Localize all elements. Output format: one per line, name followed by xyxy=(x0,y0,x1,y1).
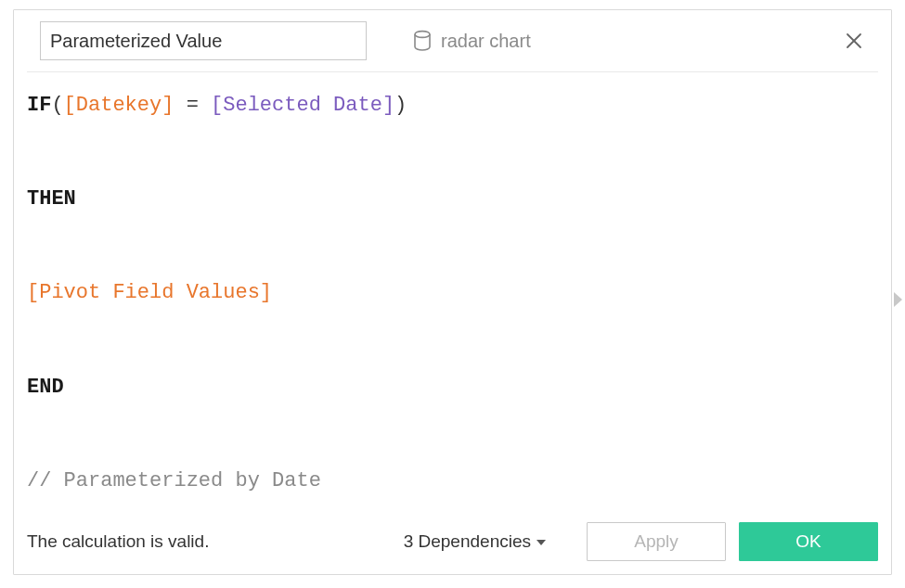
formula-line-comment: // Parameterized by Date xyxy=(27,468,878,495)
comment-text: // Parameterized by Date xyxy=(27,469,321,492)
formula-editor[interactable]: IF([Datekey] = [Selected Date]) THEN [Pi… xyxy=(14,72,891,513)
database-icon xyxy=(413,30,432,52)
field-pivot-values: [Pivot Field Values] xyxy=(27,281,272,304)
svg-marker-3 xyxy=(894,292,902,307)
expand-handle[interactable] xyxy=(892,289,905,310)
keyword-end: END xyxy=(27,376,64,399)
apply-button[interactable]: Apply xyxy=(587,522,726,561)
formula-blank-4 xyxy=(27,421,878,448)
keyword-if: IF xyxy=(27,94,51,117)
chevron-right-icon xyxy=(894,292,903,307)
equals-operator: = xyxy=(174,94,211,117)
formula-line-end: END xyxy=(27,375,878,402)
formula-blank-1 xyxy=(27,140,878,167)
keyword-then: THEN xyxy=(27,187,76,211)
formula-line-value: [Pivot Field Values] xyxy=(27,280,878,307)
datasource-indicator[interactable]: radar chart xyxy=(413,30,793,52)
calculated-field-dialog: radar chart IF([Datekey] = [Selected Dat… xyxy=(0,0,905,588)
dialog-inner: radar chart IF([Datekey] = [Selected Dat… xyxy=(13,9,892,575)
formula-blank-2 xyxy=(27,234,878,261)
field-name-input[interactable] xyxy=(40,21,367,60)
chevron-down-icon xyxy=(537,540,546,545)
validation-status: The calculation is valid. xyxy=(27,531,209,552)
close-paren: ) xyxy=(394,94,407,117)
svg-point-0 xyxy=(415,32,430,38)
field-datekey: [Datekey] xyxy=(64,94,175,117)
ok-button[interactable]: OK xyxy=(739,522,878,561)
close-icon xyxy=(845,32,863,50)
close-button[interactable] xyxy=(839,26,869,56)
formula-line-if: IF([Datekey] = [Selected Date]) xyxy=(27,93,878,120)
field-selected-date: [Selected Date] xyxy=(211,94,394,117)
open-paren: ( xyxy=(51,94,63,117)
dependencies-label: 3 Dependencies xyxy=(404,531,531,552)
dialog-header: radar chart xyxy=(27,10,878,72)
formula-blank-3 xyxy=(27,327,878,354)
datasource-label: radar chart xyxy=(441,31,531,52)
dependencies-dropdown[interactable]: 3 Dependencies xyxy=(404,531,546,552)
dialog-footer: The calculation is valid. 3 Dependencies… xyxy=(14,513,891,574)
formula-line-then: THEN xyxy=(27,186,878,213)
